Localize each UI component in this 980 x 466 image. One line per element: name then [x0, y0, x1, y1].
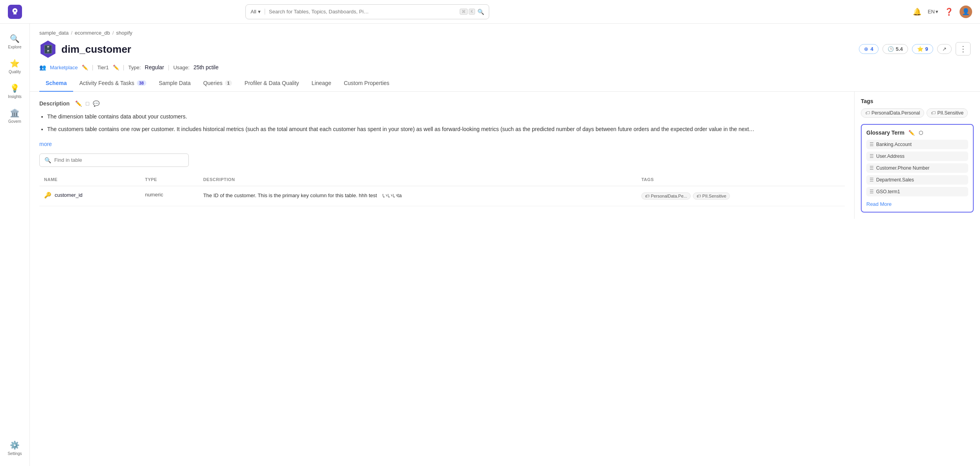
tab-custom[interactable]: Custom Properties — [337, 75, 396, 92]
tag-pill-2[interactable]: 🏷 PII.Sensitive — [927, 108, 968, 118]
description-section-header: Description ✏️ □ 💬 — [39, 100, 845, 107]
sidebar-item-settings[interactable]: ⚙️ Settings — [2, 436, 28, 460]
sidebar: 🔍 Explore ⭐ Quality 💡 Insights 🏛️ Govern… — [0, 24, 30, 466]
logo-icon — [8, 5, 22, 19]
tag-chip-1-label: PersonalData.Pe... — [651, 194, 687, 198]
glossary-item-icon-1: ☰ — [869, 142, 874, 147]
chevron-down-icon: ▾ — [258, 9, 261, 15]
sidebar-label-settings: Settings — [7, 451, 22, 456]
tab-sample[interactable]: Sample Data — [153, 75, 197, 92]
tags-title-label: Tags — [861, 98, 873, 104]
votes-chip[interactable]: ⊕ 4 — [859, 44, 878, 54]
share-chip[interactable]: ↗ — [937, 44, 952, 54]
content-right: Tags 🏷 PersonalData.Personal 🏷 PII.Sensi… — [854, 92, 980, 219]
sidebar-item-explore[interactable]: 🔍 Explore — [2, 30, 28, 53]
breadcrumb-part-3[interactable]: shopify — [116, 30, 132, 36]
col-name-content: 🔑 customer_id — [44, 192, 136, 199]
owner-edit-icon[interactable]: ✏️ — [82, 65, 88, 70]
tab-activity[interactable]: Activity Feeds & Tasks 38 — [73, 75, 153, 92]
history-icon: 🕒 — [888, 46, 894, 52]
tags-list: 🏷 PersonalData.Personal 🏷 PII.Sensitive — [861, 108, 974, 118]
glossary-item-label-2: User.Address — [876, 153, 904, 159]
tag-chip-2-label: PII.Sensitive — [702, 194, 726, 198]
search-filter-dropdown[interactable]: All ▾ — [251, 9, 265, 15]
tab-lineage[interactable]: Lineage — [305, 75, 337, 92]
title-area: 🗄️ dim_customer — [39, 41, 131, 58]
glossary-item-5[interactable]: ☰ GSO.term1 — [866, 187, 968, 196]
breadcrumb-part-1[interactable]: sample_data — [39, 30, 68, 36]
language-selector[interactable]: EN ▾ — [928, 9, 938, 15]
tab-queries-badge: 1 — [225, 80, 232, 86]
glossary-item-3[interactable]: ☰ Customer.Phone Number — [866, 163, 968, 173]
usage-label: Usage: — [173, 65, 190, 70]
explore-icon: 🔍 — [10, 34, 20, 43]
schema-table: NAME TYPE DESCRIPTION TAGS 🔑 customer_id — [39, 173, 845, 206]
key-icon: 🔑 — [44, 192, 52, 199]
stars-chip[interactable]: ⭐ 9 — [912, 44, 933, 54]
tab-custom-label: Custom Properties — [344, 80, 389, 86]
description-more-link[interactable]: more — [39, 141, 52, 147]
breadcrumb-part-2[interactable]: ecommerce_db — [75, 30, 110, 36]
meta-divider-2: | — [123, 64, 125, 70]
glossary-item-icon-2: ☰ — [869, 153, 874, 159]
read-more-link[interactable]: Read More — [866, 201, 892, 207]
tag-chip-2-icon: 🏷 — [696, 194, 701, 198]
tag-pill-1[interactable]: 🏷 PersonalData.Personal — [861, 108, 924, 118]
vote-icon: ⊕ — [864, 46, 868, 52]
schema-table-header-row: NAME TYPE DESCRIPTION TAGS — [39, 173, 845, 186]
tag-chip-2[interactable]: 🏷 PII.Sensitive — [693, 192, 730, 200]
sidebar-label-explore: Explore — [8, 45, 22, 49]
col-header-type: TYPE — [140, 173, 199, 186]
description-title: Description — [39, 100, 70, 107]
search-area: All ▾ ⌘ K 🔍 — [245, 4, 489, 19]
owner-link[interactable]: Marketplace — [50, 65, 78, 70]
govern-icon: 🏛️ — [10, 108, 20, 118]
description-bullet-2: The customers table contains one row per… — [47, 125, 845, 133]
tag-icon-2: 🏷 — [931, 110, 936, 116]
kbd-k: K — [469, 9, 475, 15]
description-request-icon[interactable]: □ — [85, 100, 90, 107]
tab-profiler[interactable]: Profiler & Data Quality — [238, 75, 306, 92]
table-search-input[interactable] — [54, 157, 184, 163]
user-avatar[interactable]: 👤 — [960, 6, 972, 18]
tabs-bar: Schema Activity Feeds & Tasks 38 Sample … — [30, 75, 980, 92]
sidebar-item-insights[interactable]: 💡 Insights — [2, 80, 28, 103]
breadcrumb-sep-2: / — [112, 30, 114, 36]
tags-section-title: Tags — [861, 98, 974, 104]
tab-profiler-label: Profiler & Data Quality — [245, 80, 299, 86]
votes-count: 4 — [870, 46, 873, 52]
content-left: Description ✏️ □ 💬 The dimension table c… — [30, 92, 854, 219]
main-layout: 🔍 Explore ⭐ Quality 💡 Insights 🏛️ Govern… — [0, 24, 980, 466]
kbd-cmd: ⌘ — [460, 9, 468, 15]
page-title: dim_customer — [61, 43, 131, 55]
tab-queries[interactable]: Queries 1 — [197, 75, 238, 92]
type-label: Type: — [128, 65, 141, 70]
language-label: EN — [928, 9, 935, 15]
search-icon[interactable]: 🔍 — [477, 9, 484, 15]
more-options-button[interactable]: ⋮ — [956, 42, 971, 55]
sidebar-item-govern[interactable]: 🏛️ Govern — [2, 104, 28, 128]
logo-area[interactable] — [8, 5, 22, 19]
description-actions: ✏️ □ 💬 — [74, 100, 100, 107]
glossary-item-label-5: GSO.term1 — [876, 189, 900, 194]
tier-edit-icon[interactable]: ✏️ — [113, 65, 119, 70]
description-edit-icon[interactable]: ✏️ — [74, 100, 83, 107]
table-row: 🔑 customer_id numeric The ID of the cust… — [39, 186, 845, 206]
glossary-item-4[interactable]: ☰ Department.Sales — [866, 175, 968, 185]
glossary-link-icon[interactable]: ⬡ — [919, 130, 923, 136]
notifications-icon[interactable]: 🔔 — [913, 7, 921, 16]
tag-chip-1[interactable]: 🏷 PersonalData.Pe... — [641, 192, 691, 200]
description-chat-icon[interactable]: 💬 — [92, 100, 100, 107]
help-icon[interactable]: ❓ — [945, 7, 953, 16]
sidebar-item-quality[interactable]: ⭐ Quality — [2, 55, 28, 78]
schema-table-head: NAME TYPE DESCRIPTION TAGS — [39, 173, 845, 186]
tab-schema[interactable]: Schema — [39, 75, 73, 92]
entity-icon: 🗄️ — [39, 41, 57, 58]
glossary-edit-icon[interactable]: ✏️ — [908, 130, 915, 136]
version-chip[interactable]: 🕒 5.4 — [882, 44, 908, 54]
lang-chevron-icon: ▾ — [936, 9, 938, 15]
glossary-item-icon-4: ☰ — [869, 177, 874, 183]
search-input[interactable] — [265, 9, 460, 15]
glossary-item-1[interactable]: ☰ Banking.Account — [866, 140, 968, 149]
glossary-item-2[interactable]: ☰ User.Address — [866, 152, 968, 161]
